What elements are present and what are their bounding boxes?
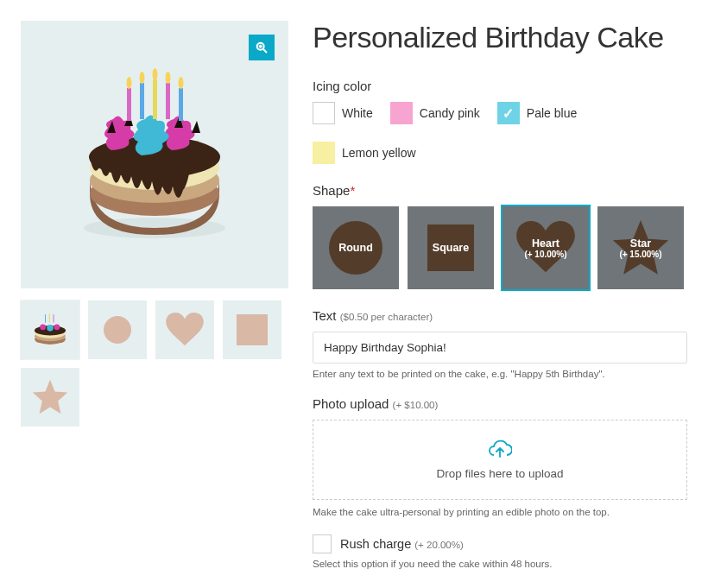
cake-text-input[interactable] bbox=[313, 332, 687, 364]
thumbnail-cake[interactable] bbox=[21, 300, 79, 359]
swatch-blue[interactable]: ✓ Pale blue bbox=[497, 102, 577, 124]
shape-options: Round Square Heart (+ 10.00%) Star (+ 15… bbox=[313, 206, 687, 289]
icing-swatches: White Candy pink ✓ Pale blue Lemon yello… bbox=[313, 102, 687, 164]
dropzone-text: Drop files here to upload bbox=[436, 467, 563, 480]
svg-rect-17 bbox=[179, 88, 183, 121]
upload-helper: Make the cake ultra-personal by printing… bbox=[313, 507, 687, 517]
icing-label: Icing color bbox=[313, 79, 687, 93]
svg-rect-27 bbox=[49, 313, 50, 322]
svg-point-14 bbox=[153, 68, 158, 80]
svg-point-25 bbox=[54, 325, 60, 331]
check-icon: ✓ bbox=[503, 105, 514, 122]
shape-heart[interactable]: Heart (+ 10.00%) bbox=[503, 206, 589, 289]
shape-square[interactable]: Square bbox=[408, 206, 494, 289]
thumbnail-square[interactable] bbox=[223, 300, 281, 359]
product-title: Personalized Birthday Cake bbox=[313, 21, 687, 54]
svg-point-12 bbox=[140, 72, 145, 84]
swatch-pink-label: Candy pink bbox=[420, 106, 480, 120]
svg-rect-30 bbox=[237, 314, 268, 345]
svg-rect-13 bbox=[153, 79, 157, 119]
swatch-white[interactable]: White bbox=[313, 102, 373, 124]
svg-point-10 bbox=[127, 77, 132, 89]
cake-illustration bbox=[73, 64, 237, 245]
shape-star[interactable]: Star (+ 15.00%) bbox=[597, 206, 684, 289]
file-dropzone[interactable]: Drop files here to upload bbox=[313, 420, 687, 500]
rush-helper: Select this option if you need the cake … bbox=[313, 559, 687, 569]
swatch-pink[interactable]: Candy pink bbox=[390, 102, 480, 124]
thumbnail-row bbox=[21, 300, 288, 427]
svg-point-23 bbox=[40, 325, 46, 331]
thumbnail-star[interactable] bbox=[21, 368, 79, 427]
svg-point-29 bbox=[104, 316, 131, 344]
svg-rect-26 bbox=[45, 314, 46, 323]
svg-rect-15 bbox=[166, 83, 170, 119]
text-label: Text ($0.50 per character) bbox=[313, 308, 687, 323]
svg-point-24 bbox=[47, 325, 54, 332]
swatch-yellow-label: Lemon yellow bbox=[342, 146, 416, 160]
text-helper: Enter any text to be printed on the cake… bbox=[313, 369, 687, 379]
svg-rect-28 bbox=[54, 314, 54, 323]
svg-rect-9 bbox=[127, 88, 131, 121]
swatch-blue-label: Pale blue bbox=[527, 106, 577, 120]
svg-rect-11 bbox=[140, 83, 144, 119]
svg-point-16 bbox=[166, 72, 171, 84]
swatch-yellow[interactable]: Lemon yellow bbox=[313, 142, 416, 164]
product-main-image[interactable] bbox=[21, 21, 288, 288]
svg-point-18 bbox=[179, 77, 184, 89]
rush-checkbox[interactable] bbox=[313, 534, 332, 553]
svg-line-1 bbox=[263, 49, 267, 53]
upload-label: Photo upload (+ $10.00) bbox=[313, 396, 687, 411]
thumbnail-heart[interactable] bbox=[155, 300, 214, 359]
zoom-icon[interactable] bbox=[249, 35, 275, 60]
shape-label: Shape* bbox=[313, 183, 687, 198]
thumbnail-round[interactable] bbox=[88, 300, 147, 359]
shape-round[interactable]: Round bbox=[313, 206, 399, 289]
swatch-white-label: White bbox=[342, 106, 373, 120]
rush-label: Rush charge (+ 20.00%) bbox=[340, 537, 464, 551]
cloud-upload-icon bbox=[488, 439, 512, 460]
